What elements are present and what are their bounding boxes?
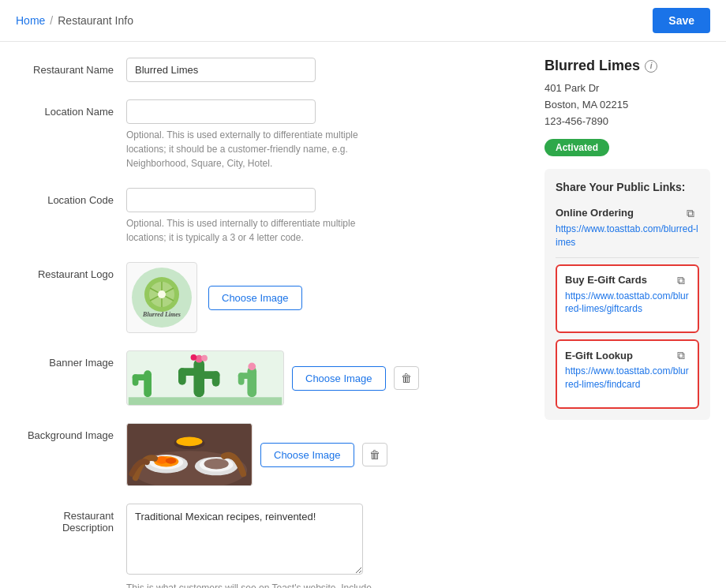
svg-rect-16 xyxy=(212,371,220,386)
banner-image-label: Banner Image xyxy=(16,350,126,369)
breadcrumb: Home / Restaurant Info xyxy=(16,14,133,27)
svg-point-36 xyxy=(176,437,202,447)
restaurant-logo-label: Restaurant Logo xyxy=(16,262,126,280)
choose-bg-button[interactable]: Choose Image xyxy=(260,443,354,467)
svg-text:Blurred Limes: Blurred Limes xyxy=(142,311,181,318)
sidebar-address: 401 Park Dr Boston, MA 02215 123-456-789… xyxy=(544,81,710,129)
bg-image-area: Choose Image 🗑 xyxy=(126,423,513,486)
svg-rect-14 xyxy=(178,368,186,384)
egift-lookup-box: E-Gift Lookup ⧉ https://www.toasttab.com… xyxy=(556,339,699,409)
background-image-row: Background Image xyxy=(16,423,513,486)
egift-cards-header: Buy E-Gift Cards ⧉ xyxy=(565,274,690,287)
choose-banner-button[interactable]: Choose Image xyxy=(292,366,386,391)
banner-preview xyxy=(126,350,284,406)
bg-food-art xyxy=(127,424,252,485)
svg-point-6 xyxy=(158,290,166,298)
egift-cards-box: Buy E-Gift Cards ⧉ https://www.toasttab.… xyxy=(556,264,699,334)
location-code-hint: Optional. This is used internally to dif… xyxy=(126,216,395,245)
description-row: Restaurant Description Traditional Mexic… xyxy=(16,504,513,588)
banner-image-content: Choose Image 🗑 xyxy=(126,350,513,406)
breadcrumb-home-link[interactable]: Home xyxy=(16,14,45,27)
trash-bg-icon: 🗑 xyxy=(369,448,380,461)
egift-cards-item: Buy E-Gift Cards ⧉ https://www.toasttab.… xyxy=(565,274,690,316)
description-label: Restaurant Description xyxy=(16,504,126,534)
info-icon[interactable]: i xyxy=(645,60,657,73)
egift-lookup-url[interactable]: https://www.toasttab.com/blurred-limes/f… xyxy=(565,365,690,391)
svg-rect-22 xyxy=(238,373,245,385)
restaurant-logo-content: Blurred Limes Choose Image xyxy=(126,262,513,333)
location-name-hint: Optional. This is used externally to dif… xyxy=(126,128,395,170)
divider-1 xyxy=(556,257,699,258)
sidebar-restaurant-name: Blurred Limes xyxy=(544,58,640,74)
online-ordering-header: Online Ordering ⧉ xyxy=(556,207,699,219)
online-ordering-item: Online Ordering ⧉ https://www.toasttab.c… xyxy=(556,207,699,249)
copy-online-ordering-icon[interactable]: ⧉ xyxy=(687,207,699,219)
copy-egift-lookup-icon[interactable]: ⧉ xyxy=(677,349,690,361)
banner-cactus-art xyxy=(127,351,283,405)
bg-preview xyxy=(126,423,253,486)
location-name-label: Location Name xyxy=(16,99,126,118)
header: Home / Restaurant Info Save xyxy=(0,0,726,42)
trash-icon: 🗑 xyxy=(401,372,412,384)
egift-lookup-header: E-Gift Lookup ⧉ xyxy=(565,349,690,361)
location-name-input[interactable] xyxy=(126,99,316,124)
description-textarea[interactable]: Traditional Mexican recipes, reinvented! xyxy=(126,504,363,575)
restaurant-logo-row: Restaurant Logo xyxy=(16,262,513,333)
sidebar-restaurant-title: Blurred Limes i xyxy=(544,58,710,74)
choose-logo-button[interactable]: Choose Image xyxy=(208,286,302,310)
breadcrumb-separator: / xyxy=(50,14,53,27)
banner-image-area: Choose Image 🗑 xyxy=(126,350,513,406)
logo-preview: Blurred Limes xyxy=(126,262,197,333)
copy-egift-cards-icon[interactable]: ⧉ xyxy=(677,274,690,287)
address-line1: 401 Park Dr xyxy=(544,81,710,97)
description-content: Traditional Mexican recipes, reinvented!… xyxy=(126,504,513,588)
location-code-label: Location Code xyxy=(16,188,126,206)
status-badge: Activated xyxy=(544,139,609,156)
location-code-row: Location Code Optional. This is used int… xyxy=(16,188,513,245)
svg-point-18 xyxy=(191,354,197,361)
svg-rect-24 xyxy=(129,397,282,405)
svg-point-19 xyxy=(201,355,208,361)
svg-point-23 xyxy=(248,363,256,371)
egift-lookup-item: E-Gift Lookup ⧉ https://www.toasttab.com… xyxy=(565,349,690,391)
egift-lookup-label: E-Gift Lookup xyxy=(565,350,633,361)
svg-point-31 xyxy=(166,458,177,464)
egift-cards-label: Buy E-Gift Cards xyxy=(565,274,647,286)
breadcrumb-current: Restaurant Info xyxy=(58,14,133,27)
logo-image: Blurred Limes xyxy=(130,266,193,329)
logo-area: Blurred Limes Choose Image xyxy=(126,262,513,333)
share-section: Share Your Public Links: Online Ordering… xyxy=(544,169,710,419)
location-name-row: Location Name Optional. This is used ext… xyxy=(16,99,513,170)
svg-rect-20 xyxy=(247,366,256,397)
location-code-input[interactable] xyxy=(126,188,316,212)
delete-bg-button[interactable]: 🗑 xyxy=(362,443,387,466)
banner-image-row: Banner Image xyxy=(16,350,513,406)
main-layout: Restaurant Name Location Name Optional. … xyxy=(0,42,726,588)
svg-rect-11 xyxy=(133,374,139,386)
form-section: Restaurant Name Location Name Optional. … xyxy=(16,58,537,588)
sidebar: Blurred Limes i 401 Park Dr Boston, MA 0… xyxy=(537,58,710,588)
restaurant-name-content xyxy=(126,58,513,82)
save-button[interactable]: Save xyxy=(653,8,710,33)
restaurant-name-row: Restaurant Name xyxy=(16,58,513,82)
restaurant-name-label: Restaurant Name xyxy=(16,58,126,76)
location-name-content: Optional. This is used externally to dif… xyxy=(126,99,513,170)
description-hint: This is what customers will see on Toast… xyxy=(126,581,395,588)
delete-banner-button[interactable]: 🗑 xyxy=(394,366,419,390)
egift-cards-url[interactable]: https://www.toasttab.com/blurred-limes/g… xyxy=(565,290,690,316)
online-ordering-label: Online Ordering xyxy=(556,207,634,219)
background-image-label: Background Image xyxy=(16,423,126,441)
location-code-content: Optional. This is used internally to dif… xyxy=(126,188,513,245)
background-image-content: Choose Image 🗑 xyxy=(126,423,513,486)
address-line2: Boston, MA 02215 xyxy=(544,97,710,114)
restaurant-name-input[interactable] xyxy=(126,58,316,82)
svg-point-34 xyxy=(204,459,229,470)
sidebar-phone: 123-456-7890 xyxy=(544,114,710,130)
share-title: Share Your Public Links: xyxy=(556,180,699,196)
online-ordering-url[interactable]: https://www.toasttab.com/blurred-limes xyxy=(556,223,699,249)
